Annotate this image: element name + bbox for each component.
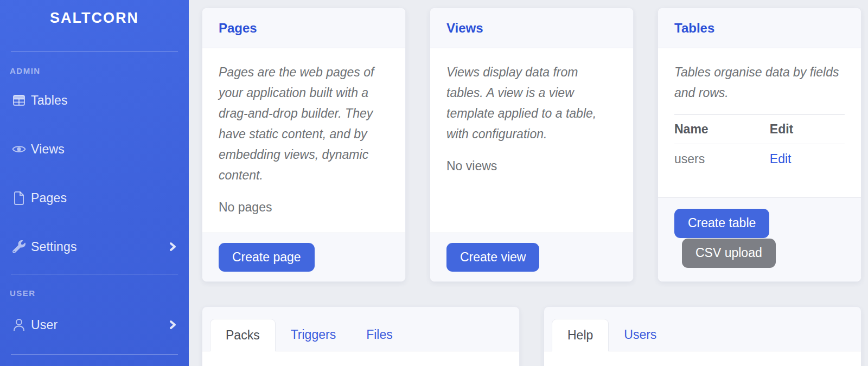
sidebar-divider bbox=[11, 274, 178, 274]
tables-list: Name Edit users Edit bbox=[674, 114, 845, 170]
card-pages-footer: Create page bbox=[202, 233, 405, 281]
sidebar-section-admin-label: ADMIN bbox=[10, 66, 189, 75]
card-pages: Pages Pages are the web pages of your ap… bbox=[202, 8, 406, 282]
wrench-icon bbox=[12, 240, 26, 254]
card-title: Pages bbox=[219, 21, 257, 36]
tab-strip-left: Packs Triggers Files bbox=[202, 307, 519, 351]
tab-label: Users bbox=[624, 328, 656, 342]
card-pages-header: Pages bbox=[202, 8, 405, 48]
card-views-header: Views bbox=[430, 8, 633, 48]
sidebar-item-tables[interactable]: Tables bbox=[12, 92, 177, 109]
edit-table-link[interactable]: Edit bbox=[770, 152, 792, 166]
views-description: Views display data from tables. A view i… bbox=[446, 62, 617, 145]
tab-triggers[interactable]: Triggers bbox=[276, 319, 352, 351]
tab-label: Files bbox=[366, 328, 393, 342]
card-title: Views bbox=[446, 21, 483, 36]
tab-label: Help bbox=[567, 328, 593, 342]
eye-icon bbox=[12, 142, 26, 156]
card-views-body: Views display data from tables. A view i… bbox=[430, 48, 633, 174]
table-icon bbox=[12, 93, 26, 107]
table-row: users Edit bbox=[674, 144, 845, 170]
tab-label: Triggers bbox=[291, 328, 336, 342]
brand-logo[interactable]: SALTCORN bbox=[0, 0, 189, 27]
card-tables-footer: Create table CSV upload bbox=[658, 197, 861, 281]
card-pages-body: Pages are the web pages of your applicat… bbox=[202, 48, 405, 215]
chevron-right-icon bbox=[169, 319, 177, 330]
column-header-name: Name bbox=[674, 114, 770, 144]
sidebar: SALTCORN ADMIN Tables bbox=[0, 0, 189, 366]
views-empty-message: No views bbox=[446, 159, 617, 174]
tab-strip-right: Help Users bbox=[544, 307, 861, 351]
card-help-users: Help Users bbox=[544, 306, 861, 366]
file-icon bbox=[12, 191, 26, 205]
sidebar-item-pages[interactable]: Pages bbox=[12, 189, 177, 207]
sidebar-item-label: Pages bbox=[31, 191, 67, 206]
sidebar-item-views[interactable]: Views bbox=[12, 140, 177, 158]
help-tab-content bbox=[544, 351, 861, 366]
tab-label: Packs bbox=[226, 328, 260, 342]
table-name-cell: users bbox=[674, 144, 770, 170]
sidebar-divider bbox=[11, 354, 178, 355]
sidebar-item-label: Views bbox=[31, 142, 65, 157]
create-page-button[interactable]: Create page bbox=[219, 243, 315, 272]
tab-files[interactable]: Files bbox=[351, 319, 408, 351]
tab-help[interactable]: Help bbox=[552, 319, 609, 351]
sidebar-item-label: User bbox=[31, 318, 58, 332]
person-icon bbox=[12, 318, 26, 332]
pages-empty-message: No pages bbox=[219, 200, 389, 215]
tables-description: Tables organise data by fields and rows. bbox=[674, 62, 845, 104]
app-root: SALTCORN ADMIN Tables bbox=[0, 0, 868, 366]
card-views: Views Views display data from tables. A … bbox=[430, 8, 634, 282]
sidebar-section-user-label: USER bbox=[10, 288, 189, 298]
pages-description: Pages are the web pages of your applicat… bbox=[219, 62, 389, 186]
card-views-footer: Create view bbox=[430, 233, 633, 281]
column-header-edit: Edit bbox=[770, 114, 845, 144]
card-tables: Tables Tables organise data by fields an… bbox=[658, 8, 861, 282]
sidebar-item-user[interactable]: User bbox=[12, 316, 177, 333]
card-tables-header: Tables bbox=[658, 8, 861, 48]
tab-packs[interactable]: Packs bbox=[210, 319, 276, 351]
card-tables-body: Tables organise data by fields and rows.… bbox=[658, 48, 861, 170]
sidebar-item-label: Tables bbox=[31, 93, 68, 108]
sidebar-divider bbox=[11, 52, 178, 52]
sidebar-item-settings[interactable]: Settings bbox=[12, 238, 177, 255]
create-view-button[interactable]: Create view bbox=[446, 243, 539, 272]
card-title: Tables bbox=[674, 21, 714, 36]
csv-upload-button[interactable]: CSV upload bbox=[682, 239, 776, 268]
sidebar-item-label: Settings bbox=[31, 240, 77, 254]
card-packs-triggers-files: Packs Triggers Files bbox=[202, 306, 520, 366]
chevron-right-icon bbox=[169, 241, 177, 252]
packs-tab-content bbox=[202, 351, 519, 366]
create-table-button[interactable]: Create table bbox=[674, 209, 769, 238]
tab-users[interactable]: Users bbox=[609, 319, 672, 351]
